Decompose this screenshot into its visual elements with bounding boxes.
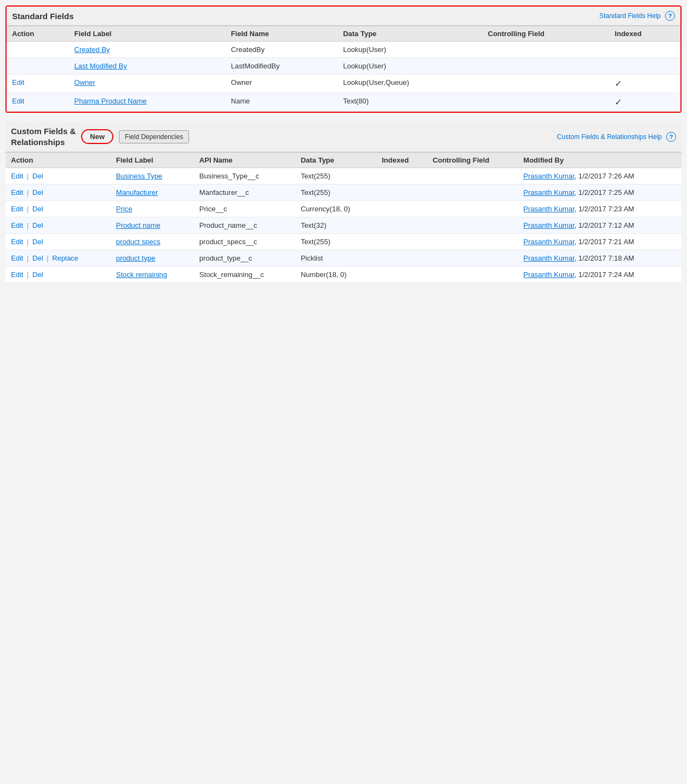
api-name-cell: product_specs__c (194, 234, 295, 250)
edit-action-link[interactable]: Edit (11, 205, 23, 213)
field-label-link[interactable]: Product name (116, 221, 161, 229)
col-field-label: Field Label (111, 153, 194, 168)
del-action-link[interactable]: Del (32, 205, 43, 213)
standard-fields-header-right: Standard Fields Help ? (599, 11, 675, 21)
edit-action-link[interactable]: Edit (11, 221, 23, 229)
separator: | (25, 254, 31, 262)
replace-action-link[interactable]: Replace (52, 254, 78, 262)
controlling-field-cell (483, 42, 610, 58)
col-modified-by: Modified By (518, 153, 682, 168)
modified-by-cell: Prasanth Kumar, 1/2/2017 7:21 AM (518, 234, 682, 250)
custom-fields-help-icon[interactable]: ? (666, 132, 676, 142)
custom-fields-table: Action Field Label API Name Data Type In… (5, 152, 682, 283)
api-name-cell: Stock_remaining__c (194, 267, 295, 283)
data-type-cell: Lookup(User) (337, 42, 482, 58)
modified-by-date: , 1/2/2017 7:12 AM (575, 221, 634, 229)
del-action-link[interactable]: Del (32, 188, 43, 197)
standard-fields-header: Standard Fields Standard Fields Help ? (7, 7, 680, 26)
edit-action-link[interactable]: Edit (11, 172, 23, 180)
field-label-link[interactable]: Created By (75, 45, 110, 54)
table-row: Created ByCreatedByLookup(User) (7, 42, 680, 58)
action-cell (7, 42, 69, 58)
action-cell: Edit | Del (5, 267, 111, 283)
modified-by-link[interactable]: Prasanth Kumar (523, 221, 574, 229)
edit-action-link[interactable]: Edit (11, 254, 23, 262)
indexed-cell: ✓ (609, 93, 680, 112)
field-name-cell: Name (226, 93, 338, 112)
field-label-link[interactable]: Manufacturer (116, 188, 158, 197)
custom-fields-help-link[interactable]: Custom Fields & Relationships Help (557, 133, 662, 141)
del-action-link[interactable]: Del (32, 221, 43, 229)
field-label-link[interactable]: Owner (75, 78, 95, 87)
table-row: EditPharma Product NameNameText(80)✓ (7, 93, 680, 112)
api-name-cell: Price__c (194, 201, 295, 217)
field-label-link[interactable]: Stock remaining (116, 270, 167, 279)
field-label-cell: Product name (111, 217, 194, 234)
edit-action-link[interactable]: Edit (11, 238, 23, 246)
field-label-link[interactable]: Price (116, 205, 133, 213)
table-row: Edit | DelBusiness TypeBusiness_Type__cT… (5, 168, 682, 185)
modified-by-date: , 1/2/2017 7:25 AM (575, 188, 634, 197)
field-label-cell: Last Modified By (69, 58, 226, 74)
controlling-field-cell (427, 217, 518, 234)
field-label-link[interactable]: product type (116, 254, 156, 262)
controlling-field-cell (427, 267, 518, 283)
modified-by-link[interactable]: Prasanth Kumar (523, 172, 574, 180)
modified-by-link[interactable]: Prasanth Kumar (523, 205, 574, 213)
table-row: EditOwnerOwnerLookup(User,Queue)✓ (7, 74, 680, 93)
modified-by-date: , 1/2/2017 7:18 AM (575, 254, 634, 262)
data-type-cell: Text(255) (295, 234, 376, 250)
controlling-field-cell (483, 74, 610, 93)
indexed-cell (609, 58, 680, 74)
modified-by-link[interactable]: Prasanth Kumar (523, 254, 574, 262)
custom-fields-header-right: Custom Fields & Relationships Help ? (557, 132, 676, 142)
del-action-link[interactable]: Del (32, 172, 43, 180)
field-name-cell: CreatedBy (226, 42, 338, 58)
modified-by-link[interactable]: Prasanth Kumar (523, 238, 574, 246)
standard-fields-help-icon[interactable]: ? (665, 11, 675, 21)
new-button[interactable]: New (81, 129, 113, 144)
field-label-link[interactable]: product specs (116, 238, 161, 246)
data-type-cell: Lookup(User,Queue) (337, 74, 482, 93)
field-label-link[interactable]: Last Modified By (75, 62, 127, 70)
action-cell: Edit (7, 93, 69, 112)
field-label-link[interactable]: Business Type (116, 172, 162, 180)
separator: | (25, 270, 31, 279)
modified-by-cell: Prasanth Kumar, 1/2/2017 7:24 AM (518, 267, 682, 283)
indexed-cell (376, 185, 427, 201)
indexed-cell: ✓ (609, 74, 680, 93)
indexed-cell (609, 42, 680, 58)
del-action-link[interactable]: Del (32, 270, 43, 279)
edit-action-link[interactable]: Edit (12, 97, 24, 105)
field-label-cell: Owner (69, 74, 226, 93)
standard-fields-section: Standard Fields Standard Fields Help ? A… (5, 5, 682, 113)
edit-action-link[interactable]: Edit (12, 78, 24, 87)
edit-action-link[interactable]: Edit (11, 270, 23, 279)
standard-fields-help-link[interactable]: Standard Fields Help (599, 12, 661, 20)
del-action-link[interactable]: Del (32, 238, 43, 246)
action-cell: Edit | Del | Replace (5, 250, 111, 267)
controlling-field-cell (483, 93, 610, 112)
custom-fields-header-left: Custom Fields &Relationships New Field D… (11, 126, 189, 147)
col-data-type: Data Type (295, 153, 376, 168)
separator: | (25, 221, 31, 229)
del-action-link[interactable]: Del (32, 254, 43, 262)
data-type-cell: Currency(18, 0) (295, 201, 376, 217)
field-label-link[interactable]: Pharma Product Name (75, 97, 147, 105)
controlling-field-cell (483, 58, 610, 74)
edit-action-link[interactable]: Edit (11, 188, 23, 197)
standard-fields-table: Action Field Label Field Name Data Type … (7, 26, 680, 112)
indexed-cell (376, 201, 427, 217)
controlling-field-cell (427, 185, 518, 201)
indexed-cell (376, 267, 427, 283)
modified-by-link[interactable]: Prasanth Kumar (523, 270, 574, 279)
separator: | (25, 172, 31, 180)
field-dependencies-button[interactable]: Field Dependencies (119, 130, 189, 143)
table-row: Edit | DelManufacturerManfacturer__cText… (5, 185, 682, 201)
table-row: Edit | DelPricePrice__cCurrency(18, 0)Pr… (5, 201, 682, 217)
modified-by-date: , 1/2/2017 7:23 AM (575, 205, 634, 213)
field-label-cell: Business Type (111, 168, 194, 185)
modified-by-link[interactable]: Prasanth Kumar (523, 188, 574, 197)
data-type-cell: Number(18, 0) (295, 267, 376, 283)
controlling-field-cell (427, 234, 518, 250)
